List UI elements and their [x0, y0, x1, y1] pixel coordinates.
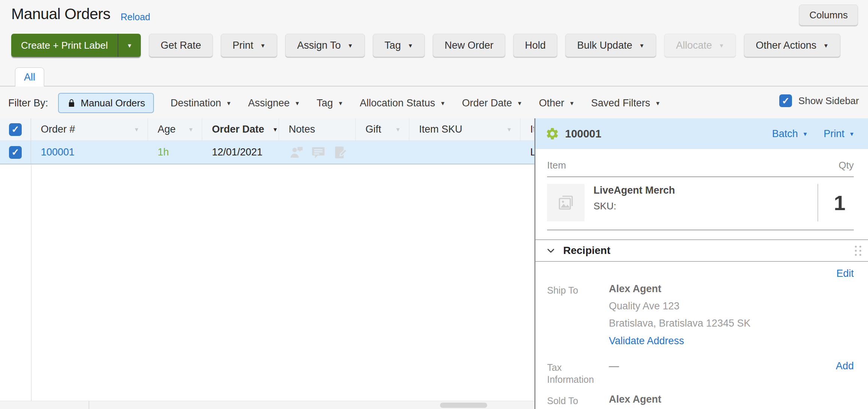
- chevron-down-icon: [655, 100, 661, 106]
- validate-address-link[interactable]: Validate Address: [609, 335, 684, 346]
- gear-icon[interactable]: [545, 127, 559, 141]
- bulk-update-button[interactable]: Bulk Update: [565, 34, 656, 57]
- show-sidebar-label: Show Sidebar: [798, 95, 859, 107]
- item-qty-value: 1: [834, 191, 846, 215]
- show-sidebar-toggle: Show Sidebar: [779, 94, 859, 107]
- item-qty-cell: 1: [817, 184, 854, 221]
- chevron-down-icon: [407, 43, 413, 48]
- col-item-sku[interactable]: Item SKU: [409, 118, 521, 140]
- sold-to-row: Sold To Alex Agent: [547, 394, 854, 407]
- internal-note-icon[interactable]: [310, 145, 326, 160]
- sort-caret-icon[interactable]: [134, 127, 139, 132]
- age-value: 1h: [158, 146, 169, 158]
- chevron-down-icon: [338, 100, 343, 106]
- col-order-number[interactable]: Order #: [31, 118, 148, 140]
- tab-all[interactable]: All: [15, 67, 44, 87]
- order-date-value: 12/01/2021: [212, 146, 262, 158]
- col-order-date[interactable]: Order Date: [202, 118, 279, 140]
- recipient-section-header[interactable]: Recipient: [535, 239, 868, 262]
- ship-to-value: Alex Agent Quality Ave 123 Bratislava, B…: [609, 283, 854, 347]
- edit-note-icon[interactable]: [332, 145, 348, 160]
- qty-column-label: Qty: [839, 160, 854, 171]
- row-checkbox[interactable]: [9, 146, 22, 159]
- filter-other[interactable]: Other: [539, 97, 574, 109]
- row-select-cell: [0, 141, 31, 164]
- filter-allocation-status[interactable]: Allocation Status: [360, 97, 446, 109]
- sold-to-label: Sold To: [547, 394, 609, 407]
- assign-to-button[interactable]: Assign To: [285, 34, 364, 57]
- new-order-button[interactable]: New Order: [433, 34, 505, 57]
- create-print-label-label[interactable]: Create + Print Label: [11, 34, 118, 57]
- batch-dropdown[interactable]: Batch: [772, 128, 808, 140]
- filter-by-label: Filter By:: [8, 97, 48, 109]
- filter-order-date[interactable]: Order Date: [462, 97, 522, 109]
- print-button[interactable]: Print: [221, 34, 277, 57]
- create-print-label-button[interactable]: Create + Print Label: [11, 34, 141, 57]
- chevron-down-icon: [849, 131, 855, 137]
- tax-information-value: —: [609, 360, 836, 385]
- detail-order-number: 100001: [565, 128, 601, 140]
- table-header-row: Order # Age Order Date Notes Gift Item S…: [0, 118, 534, 141]
- filter-destination[interactable]: Destination: [170, 97, 231, 109]
- show-sidebar-checkbox[interactable]: [779, 94, 792, 107]
- chevron-down-icon[interactable]: [546, 246, 556, 255]
- other-actions-button[interactable]: Other Actions: [744, 34, 840, 57]
- row-gift-cell: [356, 141, 409, 164]
- chevron-down-icon: [569, 100, 575, 106]
- ship-to-label: Ship To: [547, 283, 609, 347]
- edit-link[interactable]: Edit: [836, 268, 854, 279]
- item-info: LiveAgent Merch SKU:: [594, 184, 675, 212]
- create-print-label-dropdown[interactable]: [118, 34, 141, 57]
- sort-caret-icon[interactable]: [273, 127, 278, 132]
- manual-orders-page: Manual Orders Reload Columns Create + Pr…: [0, 0, 868, 409]
- sort-caret-icon[interactable]: [395, 127, 401, 132]
- col-age[interactable]: Age: [148, 118, 202, 140]
- drag-handle-icon[interactable]: [855, 246, 861, 256]
- chevron-down-icon: [517, 100, 522, 106]
- scrollbar-thumb[interactable]: [440, 403, 487, 408]
- recipient-address-line2: Bratislava, Bratislava 12345 SK: [609, 318, 854, 329]
- select-all-checkbox[interactable]: [9, 123, 22, 136]
- columns-button[interactable]: Columns: [799, 4, 858, 25]
- filter-saved-filters[interactable]: Saved Filters: [591, 97, 661, 109]
- recipient-section-title: Recipient: [563, 245, 610, 257]
- item-column-label: Item: [547, 160, 566, 171]
- sidebar-header-links: Batch Print: [772, 128, 855, 140]
- horizontal-scrollbar: [0, 401, 534, 409]
- sidebar-header: 100001 Batch Print: [535, 118, 868, 149]
- row-age-cell: 1h: [148, 141, 202, 164]
- order-number-link[interactable]: 100001: [41, 146, 75, 158]
- row-order-date-cell: 12/01/2021: [202, 141, 279, 164]
- print-dropdown[interactable]: Print: [824, 128, 855, 140]
- filter-assignee[interactable]: Assignee: [248, 97, 300, 109]
- customer-note-icon[interactable]: [289, 145, 304, 160]
- row-item-sku-cell: [409, 141, 521, 164]
- add-tax-link[interactable]: Add: [836, 360, 854, 372]
- filter-tag[interactable]: Tag: [316, 97, 343, 109]
- table-row[interactable]: 100001 1h 12/01/2021 L: [0, 141, 534, 164]
- sort-caret-icon[interactable]: [188, 127, 194, 132]
- item-name-clipped: L: [530, 146, 534, 158]
- col-notes[interactable]: Notes: [279, 118, 356, 140]
- hold-button[interactable]: Hold: [513, 34, 558, 57]
- item-sku-label: SKU:: [594, 200, 675, 212]
- manual-orders-filter-label: Manual Orders: [81, 97, 145, 109]
- note-icons: [289, 145, 348, 160]
- get-rate-button[interactable]: Get Rate: [149, 34, 213, 57]
- col-item-name[interactable]: It: [521, 118, 534, 140]
- chevron-down-icon: [719, 43, 724, 48]
- items-header: Item Qty: [547, 160, 854, 177]
- reload-link[interactable]: Reload: [121, 12, 150, 22]
- lock-icon: [67, 98, 76, 108]
- scrollbar-track-divider: [89, 401, 89, 409]
- filter-bar: Filter By: Manual Orders Destination Ass…: [8, 92, 661, 114]
- ship-to-row: Ship To Alex Agent Quality Ave 123 Brati…: [547, 283, 854, 347]
- sort-caret-icon[interactable]: [506, 127, 512, 132]
- col-gift[interactable]: Gift: [356, 118, 409, 140]
- chevron-down-icon: [127, 43, 133, 48]
- tag-button[interactable]: Tag: [373, 34, 425, 57]
- tax-information-row: Tax Information — Add: [547, 360, 854, 385]
- manual-orders-filter-chip[interactable]: Manual Orders: [58, 93, 154, 113]
- item-image-placeholder: [547, 184, 585, 221]
- frozen-column-divider: [31, 165, 31, 401]
